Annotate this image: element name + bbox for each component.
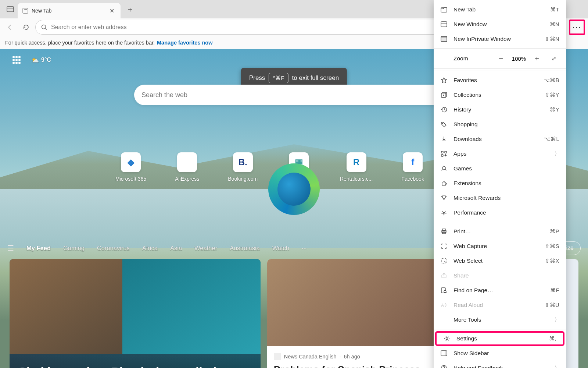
zoom-in-button[interactable]: + [529, 52, 545, 65]
fs-hint-pre: Press [249, 74, 265, 82]
news-card-1[interactable]: Shakira against Piqué: the retaliation c… [10, 259, 261, 368]
quick-link-4[interactable]: RRentalcars.c... [340, 152, 373, 182]
menu-item-label: Shopping [453, 121, 559, 128]
feed-menu-icon[interactable]: ☰ [7, 244, 14, 252]
manage-favorites-link[interactable]: Manage favorites now [157, 40, 212, 46]
feed-cat-australasia[interactable]: Australasia [230, 245, 260, 252]
tile-icon: f [403, 152, 423, 172]
menu-item-apps[interactable]: Apps 〉 [434, 146, 566, 161]
menu-item-label: More Tools [453, 316, 549, 323]
svg-rect-25 [442, 259, 446, 263]
menu-item-history[interactable]: History ⌘Y [434, 102, 566, 117]
tile-label: AliExpress [175, 176, 199, 182]
menu-item-web-select[interactable]: Web Select ⇧⌘X [434, 254, 566, 268]
menu-item-more-tools[interactable]: More Tools 〉 [434, 312, 566, 327]
feed-cat-weather[interactable]: Weather [194, 245, 217, 252]
ext-icon [440, 180, 448, 187]
menu-item-new-inprivate[interactable]: New InPrivate Window ⇧⌘N [434, 32, 566, 46]
menu-item-show-sidebar[interactable]: Show Sidebar [434, 346, 566, 361]
menu-item-label: Games [453, 165, 559, 172]
menu-item-find[interactable]: Find on Page… ⌘F [434, 283, 566, 298]
menu-shortcut: ⌘, [549, 336, 556, 342]
back-button[interactable] [3, 20, 17, 34]
menu-item-shopping[interactable]: Shopping [434, 117, 566, 132]
feed-cat-watch[interactable]: Watch [272, 245, 289, 252]
tile-icon: B. [233, 152, 253, 172]
menu-item-web-capture[interactable]: Web Capture ⇧⌘S [434, 239, 566, 254]
tab-overview-button[interactable] [3, 3, 18, 16]
menu-item-extensions[interactable]: Extensions [434, 176, 566, 191]
svg-point-4 [25, 9, 26, 10]
feed-cat-asia[interactable]: Asia [170, 245, 182, 252]
window-icon [440, 21, 448, 27]
menu-item-label: Collections [453, 92, 539, 98]
menu-item-label: Extensions [453, 180, 559, 187]
svg-text:A: A [441, 303, 444, 308]
feed-more[interactable]: ··· [302, 245, 307, 252]
fullscreen-toggle[interactable]: ⤢ [547, 52, 561, 65]
menu-item-label: Share [453, 272, 559, 279]
menu-item-label: Settings [456, 335, 543, 342]
download-icon [440, 136, 448, 142]
svg-point-6 [42, 25, 46, 29]
trophy-icon [440, 195, 448, 201]
help-icon [440, 365, 448, 368]
find-icon [440, 287, 448, 294]
app-menu-button[interactable]: ··· [569, 20, 585, 35]
menu-item-label: Find on Page… [453, 287, 544, 294]
menu-shortcut: ⌘F [550, 287, 559, 293]
menu-item-new-tab[interactable]: New Tab ⌘T [434, 2, 566, 17]
menu-item-collections[interactable]: Collections ⇧⌘Y [434, 88, 566, 102]
chevron-right-icon: 〉 [555, 151, 559, 157]
menu-item-downloads[interactable]: Downloads ⌥⌘L [434, 132, 566, 146]
menu-item-label: History [453, 106, 544, 113]
weather-icon: ⛅ [32, 57, 39, 64]
menu-shortcut: ⇧⌘S [545, 243, 559, 249]
menu-shortcut: ⌘Y [550, 107, 559, 113]
weather-widget[interactable]: ⛅ 9°C [32, 57, 51, 64]
feed-cat-coronavirus[interactable]: Coronavirus [97, 245, 130, 252]
browser-tab-active[interactable]: New Tab ✕ [18, 3, 121, 18]
menu-item-performance[interactable]: Performance [434, 205, 566, 220]
menu-item-print[interactable]: Print… ⌘P [434, 224, 566, 239]
svg-rect-19 [441, 151, 443, 153]
tab-close-button[interactable]: ✕ [107, 6, 116, 15]
svg-rect-9 [441, 22, 447, 27]
menu-item-favorites[interactable]: Favorites ⌥⌘B [434, 73, 566, 88]
menu-item-label: Show Sidebar [453, 350, 559, 357]
svg-rect-20 [445, 151, 447, 153]
menu-item-settings[interactable]: Settings ⌘, [435, 331, 564, 346]
refresh-button[interactable] [19, 20, 33, 34]
menu-shortcut: ⌥⌘L [544, 136, 559, 142]
quick-link-2[interactable]: B.Booking.com [228, 152, 258, 182]
feed-cat-africa[interactable]: Africa [142, 245, 158, 252]
capture-icon [440, 243, 448, 250]
menu-shortcut: ⇧⌘N [545, 36, 559, 42]
app-launcher-icon[interactable] [12, 56, 21, 64]
feed-cat-gaming[interactable]: Gaming [63, 245, 85, 252]
ntp-search-input[interactable] [141, 91, 437, 99]
tile-label: Facebook [401, 176, 424, 182]
feed-cat-my-feed[interactable]: My Feed [26, 245, 51, 252]
new-tab-button[interactable]: ＋ [123, 3, 137, 16]
news-card-2[interactable]: News Canada English · 6h ago Problems fo… [267, 259, 447, 368]
menu-item-label: Favorites [453, 77, 538, 84]
svg-point-31 [446, 338, 448, 340]
readaloud-icon: A [440, 302, 448, 308]
ntp-search-box[interactable]: 🎤 [134, 85, 454, 105]
menu-item-new-window[interactable]: New Window ⌘N [434, 17, 566, 32]
menu-shortcut: ⌥⌘B [544, 77, 559, 83]
menu-item-rewards[interactable]: Microsoft Rewards [434, 191, 566, 205]
chevron-right-icon: 〉 [555, 365, 559, 368]
quick-link-1[interactable]: AliExpress [175, 152, 199, 182]
tile-icon [177, 152, 197, 172]
menu-shortcut: ⌘N [550, 21, 559, 27]
menu-item-label: Read Aloud [453, 302, 539, 308]
menu-item-label: Help and Feedback [453, 365, 549, 368]
menu-item-games[interactable]: Games [434, 161, 566, 176]
zoom-out-button[interactable]: − [493, 52, 509, 65]
menu-item-help[interactable]: Help and Feedback 〉 [434, 361, 566, 368]
quick-link-5[interactable]: fFacebook [401, 152, 424, 182]
quick-link-0[interactable]: ◆Microsoft 365 [115, 152, 146, 182]
menu-shortcut: ⌘P [550, 229, 559, 234]
